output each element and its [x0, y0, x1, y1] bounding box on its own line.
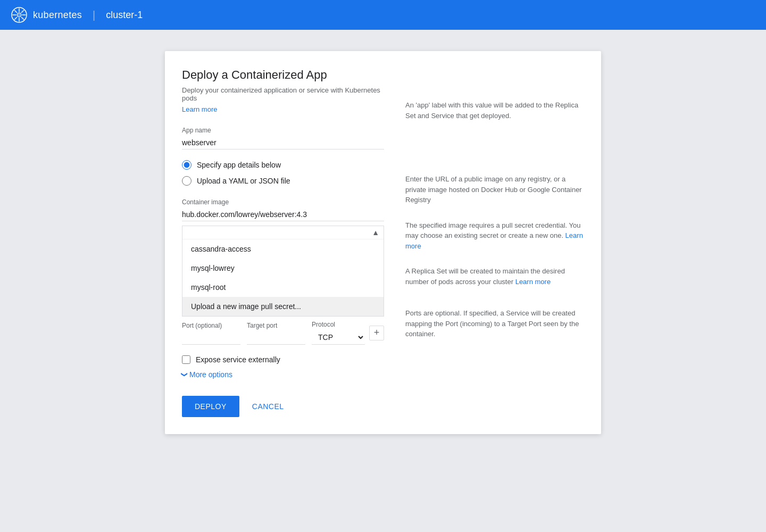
- app-name-label: App name: [182, 127, 384, 134]
- target-port-input-group: Target port: [247, 322, 305, 345]
- header-divider: |: [93, 9, 95, 21]
- svg-line-8: [22, 11, 24, 13]
- left-panel: Deploy a Containerized App Deploy your c…: [182, 68, 384, 417]
- header-logo: kubernetes: [11, 6, 82, 23]
- pull-secret-learn-more-link[interactable]: Learn more: [405, 231, 583, 250]
- protocol-select-wrapper: Protocol TCP UDP: [312, 321, 365, 345]
- action-buttons: DEPLOY CANCEL: [182, 396, 384, 417]
- pull-secret-hint-text: The specified image requires a pull secr…: [405, 220, 584, 252]
- port-input[interactable]: [182, 331, 240, 345]
- more-options-link[interactable]: ❯ More options: [182, 370, 384, 379]
- container-image-hint-text: Enter the URL of a public image on any r…: [405, 174, 584, 205]
- upload-yaml-label: Upload a YAML or JSON file: [197, 177, 290, 185]
- app-name-input[interactable]: [182, 136, 384, 149]
- pull-secret-dropdown[interactable]: ▲ cassandra-access mysql-lowrey mysql-ro…: [182, 226, 384, 317]
- target-port-label: Target port: [247, 322, 305, 329]
- upload-yaml-radio[interactable]: [182, 176, 192, 186]
- more-options-label: More options: [189, 370, 232, 379]
- container-image-hint: Enter the URL of a public image on any r…: [405, 174, 584, 205]
- dropdown-items-list: cassandra-access mysql-lowrey mysql-root…: [182, 239, 384, 316]
- svg-line-7: [22, 18, 24, 20]
- dropdown-item-cassandra[interactable]: cassandra-access: [182, 239, 384, 259]
- main-content: Deploy a Containerized App Deploy your c…: [0, 30, 766, 455]
- right-panel: An 'app' label with this value will be a…: [405, 68, 584, 417]
- scroll-up-arrow-icon: ▲: [372, 228, 379, 237]
- dropdown-item-mysql-lowrey[interactable]: mysql-lowrey: [182, 259, 384, 278]
- port-row: Port (optional) Target port Protocol TCP…: [182, 321, 384, 345]
- protocol-group: Protocol TCP UDP +: [312, 321, 384, 345]
- deploy-button[interactable]: DEPLOY: [182, 396, 239, 417]
- kubernetes-icon: [11, 6, 28, 23]
- chevron-down-icon: ❯: [181, 372, 188, 377]
- app-name-section: App name: [182, 127, 384, 149]
- specify-details-radio[interactable]: [182, 160, 192, 170]
- svg-line-6: [15, 11, 17, 13]
- replica-set-hint: A Replica Set will be created to maintai…: [405, 266, 584, 287]
- protocol-label: Protocol: [312, 321, 365, 328]
- dialog-title: Deploy a Containerized App: [182, 68, 384, 82]
- app-header: kubernetes | cluster-1: [0, 0, 766, 30]
- header-app-name: kubernetes: [33, 10, 82, 21]
- container-image-label: Container image: [182, 198, 384, 206]
- svg-point-1: [17, 13, 21, 17]
- upload-yaml-option[interactable]: Upload a YAML or JSON file: [182, 176, 384, 186]
- port-label: Port (optional): [182, 322, 240, 329]
- pull-secret-hint: The specified image requires a pull secr…: [405, 220, 584, 252]
- specify-details-label: Specify app details below: [197, 161, 281, 169]
- specify-details-option[interactable]: Specify app details below: [182, 160, 384, 170]
- port-input-group: Port (optional): [182, 322, 240, 345]
- expose-service-label[interactable]: Expose service externally: [196, 355, 280, 364]
- replica-set-hint-text: A Replica Set will be created to maintai…: [405, 266, 584, 287]
- dropdown-item-upload-secret[interactable]: Upload a new image pull secret...: [182, 297, 384, 316]
- upload-secret-label: Upload a new image pull secret...: [191, 302, 301, 311]
- learn-more-link[interactable]: Learn more: [182, 105, 217, 113]
- deploy-options-group: Specify app details below Upload a YAML …: [182, 160, 384, 186]
- app-name-hint: An 'app' label with this value will be a…: [405, 100, 584, 121]
- ports-hint-text: Ports are optional. If specified, a Serv…: [405, 308, 584, 339]
- dropdown-scroll-up[interactable]: ▲: [182, 226, 384, 239]
- header-cluster-name: cluster-1: [106, 10, 143, 21]
- ports-hint: Ports are optional. If specified, a Serv…: [405, 308, 584, 339]
- container-image-input[interactable]: [182, 208, 384, 221]
- cancel-button[interactable]: CANCEL: [244, 396, 293, 417]
- svg-line-9: [15, 18, 17, 20]
- protocol-select[interactable]: TCP UDP: [312, 330, 365, 345]
- add-port-button[interactable]: +: [369, 326, 384, 340]
- port-section: Port (optional) Target port Protocol TCP…: [182, 321, 384, 345]
- dialog-card: Deploy a Containerized App Deploy your c…: [165, 51, 601, 434]
- target-port-input[interactable]: [247, 331, 305, 345]
- dropdown-item-mysql-root[interactable]: mysql-root: [182, 278, 384, 297]
- app-name-hint-text: An 'app' label with this value will be a…: [405, 100, 584, 121]
- dialog-subtitle: Deploy your containerized application or…: [182, 86, 384, 102]
- expose-service-checkbox[interactable]: [182, 355, 190, 364]
- replica-set-learn-more-link[interactable]: Learn more: [515, 278, 551, 286]
- container-image-section: Container image: [182, 198, 384, 221]
- expose-service-group: Expose service externally: [182, 355, 384, 364]
